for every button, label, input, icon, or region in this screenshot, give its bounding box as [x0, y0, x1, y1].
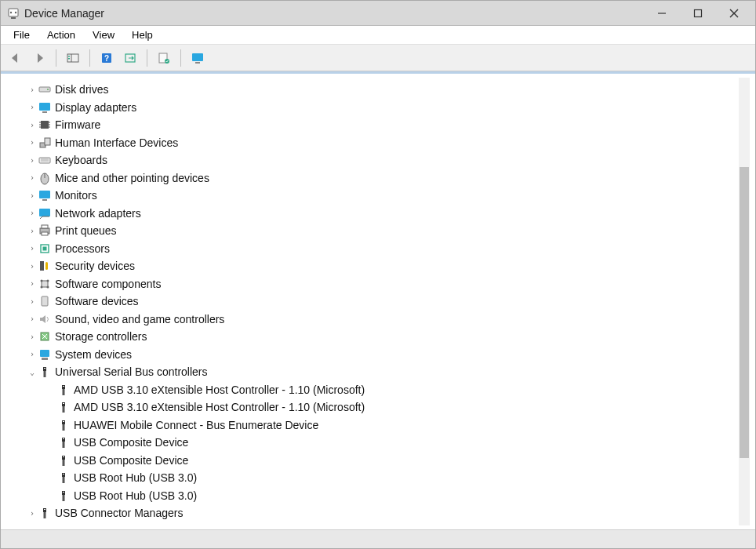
tree-label: USB Composite Device	[74, 454, 188, 467]
back-button[interactable]	[5, 48, 26, 68]
tree-node-usb-child[interactable]: AMD USB 3.10 eXtensible Host Controller …	[8, 398, 743, 416]
tree-label: Sound, video and game controllers	[55, 313, 224, 325]
software-components-icon	[38, 277, 52, 291]
tree-node-usb-child[interactable]: USB Root Hub (USB 3.0)	[8, 469, 743, 487]
svg-rect-76	[63, 474, 64, 474]
monitor-button[interactable]	[187, 48, 208, 68]
chevron-right-icon[interactable]: ›	[27, 297, 38, 306]
svg-rect-71	[62, 456, 65, 460]
scan-hardware-button[interactable]	[154, 48, 174, 68]
chevron-right-icon[interactable]: ›	[27, 191, 38, 200]
sound-icon	[38, 312, 52, 326]
svg-rect-37	[39, 191, 50, 198]
svg-rect-66	[63, 424, 65, 431]
vertical-scrollbar[interactable]	[739, 78, 750, 525]
chevron-right-icon[interactable]: ›	[27, 279, 38, 288]
system-devices-icon	[38, 347, 52, 362]
chevron-down-icon[interactable]: ⌄	[27, 368, 38, 376]
tree-node-usb-child[interactable]: USB Root Hub (USB 3.0)	[8, 487, 743, 505]
minimize-button[interactable]	[644, 2, 680, 25]
tree-node-storage-controllers[interactable]: › Storage controllers	[8, 328, 743, 346]
tree-node-monitors[interactable]: › Monitors	[8, 187, 743, 205]
help-button[interactable]: ?	[96, 48, 117, 68]
svg-rect-18	[195, 62, 200, 64]
maximize-button[interactable]	[680, 2, 716, 25]
svg-rect-47	[42, 281, 48, 287]
tree-node-usb-controllers[interactable]: ⌄ Universal Serial Bus controllers	[8, 363, 743, 381]
chevron-right-icon[interactable]: ›	[27, 350, 38, 358]
tree-node-print-queues[interactable]: › Print queues	[8, 222, 743, 240]
svg-rect-75	[63, 477, 65, 483]
storage-controller-icon	[38, 329, 52, 344]
software-devices-icon	[38, 294, 52, 308]
svg-rect-64	[63, 403, 64, 404]
chevron-right-icon[interactable]: ›	[27, 333, 38, 341]
tree-node-usb-connector-managers[interactable]: › USB Connector Managers	[8, 504, 743, 522]
tree-node-usb-child[interactable]: USB Composite Device	[8, 434, 743, 452]
svg-rect-1	[11, 17, 16, 19]
tree-node-usb-child[interactable]: AMD USB 3.10 eXtensible Host Controller …	[8, 381, 743, 399]
svg-rect-72	[63, 460, 65, 466]
tree-label: Storage controllers	[55, 330, 147, 343]
svg-rect-68	[62, 438, 65, 442]
chevron-right-icon[interactable]: ›	[27, 509, 38, 518]
tree-label: Human Interface Devices	[55, 136, 178, 149]
chevron-right-icon[interactable]: ›	[27, 121, 38, 129]
chevron-right-icon[interactable]: ›	[27, 227, 38, 235]
menu-file[interactable]: File	[5, 27, 38, 43]
tree-label: USB Root Hub (USB 3.0)	[74, 489, 197, 502]
chevron-right-icon[interactable]: ›	[27, 85, 38, 94]
scrollbar-thumb[interactable]	[740, 167, 749, 458]
menu-action[interactable]: Action	[39, 27, 83, 43]
chevron-right-icon[interactable]: ›	[27, 262, 38, 271]
chevron-right-icon[interactable]: ›	[27, 173, 38, 182]
chevron-right-icon[interactable]: ›	[27, 156, 38, 165]
tree-node-sound[interactable]: › Sound, video and game controllers	[8, 311, 743, 329]
svg-rect-46	[45, 262, 48, 270]
svg-rect-31	[45, 138, 50, 145]
toolbar-separator	[56, 49, 56, 67]
tree-node-keyboards[interactable]: › Keyboards	[8, 151, 743, 169]
svg-rect-38	[42, 199, 47, 201]
tree-scroll[interactable]: › Disk drives › Display adapters › Firmw…	[4, 77, 751, 526]
tree-node-disk-drives[interactable]: › Disk drives	[8, 81, 743, 99]
tree-node-security[interactable]: › Security devices	[8, 257, 743, 275]
svg-point-48	[41, 279, 43, 282]
tree-label: Disk drives	[55, 83, 108, 96]
chevron-right-icon[interactable]: ›	[27, 314, 38, 323]
tree-node-processors[interactable]: › Processors	[8, 240, 743, 258]
tree-node-hid[interactable]: › Human Interface Devices	[8, 134, 743, 152]
tree-node-software-devices[interactable]: › Software devices	[8, 293, 743, 311]
mouse-icon	[38, 171, 52, 185]
show-hide-console-tree-button[interactable]	[63, 48, 83, 68]
chevron-right-icon[interactable]: ›	[27, 209, 38, 217]
tree-node-mice[interactable]: › Mice and other pointing devices	[8, 169, 743, 187]
svg-rect-58	[44, 368, 45, 369]
forward-button[interactable]	[29, 48, 49, 68]
svg-rect-82	[44, 509, 45, 510]
svg-rect-73	[63, 456, 64, 457]
title-bar: Device Manager	[1, 1, 755, 26]
tree-label: Firmware	[55, 118, 100, 131]
menu-help[interactable]: Help	[124, 27, 161, 43]
menu-view[interactable]: View	[85, 27, 122, 43]
svg-rect-5	[695, 9, 702, 16]
tree-node-display-adapters[interactable]: › Display adapters	[8, 99, 743, 117]
tree-node-network[interactable]: › Network adapters	[8, 205, 743, 223]
svg-rect-74	[62, 473, 65, 477]
tree-node-system-devices[interactable]: › System devices	[8, 346, 743, 364]
usb-icon	[56, 383, 71, 397]
action-button[interactable]	[120, 48, 140, 68]
svg-rect-62	[62, 402, 65, 406]
device-tree: › Disk drives › Display adapters › Firmw…	[5, 78, 750, 525]
close-button[interactable]	[716, 2, 752, 25]
tree-node-usb-child[interactable]: HUAWEI Mobile Connect - Bus Enumerate De…	[8, 416, 743, 434]
processor-icon	[38, 242, 52, 256]
tree-node-software-components[interactable]: › Software components	[8, 275, 743, 293]
tree-label: Print queues	[55, 224, 117, 237]
tree-node-usb-child[interactable]: USB Composite Device	[8, 452, 743, 470]
chevron-right-icon[interactable]: ›	[27, 244, 38, 253]
chevron-right-icon[interactable]: ›	[27, 138, 38, 147]
tree-node-firmware[interactable]: › Firmware	[8, 116, 743, 134]
chevron-right-icon[interactable]: ›	[27, 103, 38, 111]
